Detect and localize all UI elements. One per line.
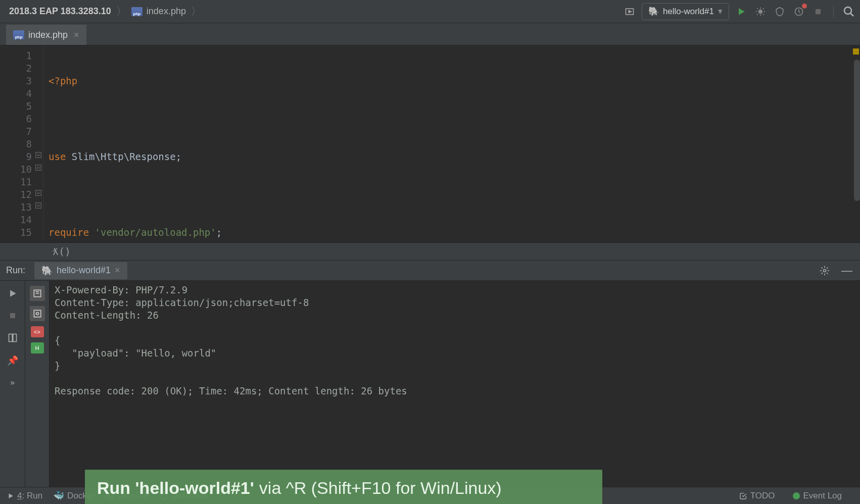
run-config-selector[interactable]: 🐘 hello-world#1 ▾ bbox=[642, 3, 729, 20]
event-log-button[interactable]: Event Log bbox=[793, 491, 842, 501]
run-tool-button[interactable]: 4: Run bbox=[7, 491, 42, 501]
line-number: 2 bbox=[0, 62, 32, 75]
code-token: require bbox=[49, 227, 89, 238]
analysis-status-icon[interactable] bbox=[853, 48, 859, 55]
svg-marker-1 bbox=[629, 10, 631, 13]
soft-wrap-button[interactable] bbox=[30, 306, 45, 321]
notification-rest: via ^R (Shift+F10 for Win/Linux) bbox=[259, 478, 502, 498]
breadcrumb-item[interactable]: php index.php bbox=[126, 5, 191, 18]
code-token: use bbox=[49, 151, 66, 162]
fold-toggle-icon[interactable]: − bbox=[35, 203, 41, 209]
editor-tab-label: index.php bbox=[28, 30, 68, 40]
line-number: 11 bbox=[0, 176, 32, 188]
breadcrumb-separator: 〉 bbox=[191, 5, 201, 18]
line-number: 10 bbox=[0, 163, 32, 176]
headers-icon[interactable]: H bbox=[31, 342, 44, 354]
svg-rect-11 bbox=[13, 334, 16, 342]
php-run-icon: 🐘 bbox=[648, 6, 659, 17]
run-config-label: hello-world#1 bbox=[663, 7, 714, 17]
coverage-button[interactable] bbox=[773, 5, 787, 19]
docker-icon: 🐳 bbox=[54, 490, 64, 501]
run-panel-title: Run: bbox=[6, 265, 25, 276]
event-indicator-icon bbox=[793, 492, 800, 499]
line-number: 15 bbox=[0, 226, 32, 239]
console-output[interactable]: X-Powered-By: PHP/7.2.9 Content-Type: ap… bbox=[50, 281, 860, 487]
php-file-icon: php bbox=[13, 30, 24, 39]
rerun-button[interactable] bbox=[5, 286, 20, 301]
editor-tabs: php index.php × bbox=[0, 23, 860, 45]
line-number: 5 bbox=[0, 100, 32, 113]
line-number: 7 bbox=[0, 125, 32, 138]
fold-toggle-icon[interactable]: − bbox=[35, 190, 41, 196]
profiler-button[interactable] bbox=[792, 5, 806, 19]
fold-toggle-icon[interactable]: − bbox=[35, 165, 41, 171]
svg-marker-2 bbox=[739, 8, 745, 15]
run-button[interactable] bbox=[734, 5, 748, 19]
code-editor[interactable]: 1 2 3 4 5 6 7 8 9 10 11 12 13 14 15 − − … bbox=[0, 45, 860, 242]
pin-button[interactable]: 📌 bbox=[5, 352, 20, 368]
http-icon[interactable]: <> bbox=[31, 326, 44, 337]
ide-version: 2018.3 EAP 183.3283.10 bbox=[4, 5, 116, 18]
line-number: 1 bbox=[0, 49, 32, 62]
run-panel-body: 📌 » <> H X-Powered-By: PHP/7.2.9 Content… bbox=[0, 281, 860, 487]
line-number: 13 bbox=[0, 201, 32, 214]
svg-rect-10 bbox=[9, 334, 12, 342]
svg-rect-13 bbox=[34, 310, 40, 317]
svg-point-6 bbox=[844, 7, 851, 14]
line-number: 4 bbox=[0, 87, 32, 100]
breadcrumb-separator: 〉 bbox=[116, 5, 126, 18]
presentation-assistant-popup: Run 'hello-world#1' via ^R (Shift+F10 fo… bbox=[85, 470, 602, 504]
stop-button[interactable] bbox=[5, 308, 20, 323]
search-everywhere-button[interactable] bbox=[842, 5, 856, 19]
breadcrumbs: 2018.3 EAP 183.3283.10 〉 php index.php 〉 bbox=[4, 5, 201, 18]
toolbar-separator bbox=[833, 6, 834, 18]
editor-tab-active[interactable]: php index.php × bbox=[6, 25, 86, 45]
code-token: Slim\Http\Response; bbox=[66, 151, 181, 162]
line-number: 6 bbox=[0, 113, 32, 125]
status-todo-label: TODO bbox=[750, 491, 775, 501]
stop-button[interactable] bbox=[811, 5, 825, 19]
line-number: 9 bbox=[0, 150, 32, 163]
code-area[interactable]: <?php use Slim\Http\Response; require 'v… bbox=[43, 45, 860, 242]
code-token: 'vendor/autoload.php' bbox=[89, 227, 216, 238]
code-token: ; bbox=[216, 227, 222, 238]
breadcrumb-file-label: index.php bbox=[147, 6, 186, 17]
debug-button[interactable] bbox=[753, 5, 768, 19]
line-number: 8 bbox=[0, 138, 32, 150]
svg-marker-15 bbox=[9, 493, 13, 498]
line-number: 14 bbox=[0, 214, 32, 226]
code-token: <?php bbox=[49, 75, 77, 86]
layout-button[interactable] bbox=[5, 330, 20, 345]
svg-point-14 bbox=[36, 313, 38, 315]
close-icon[interactable]: × bbox=[74, 30, 79, 40]
line-number: 3 bbox=[0, 75, 32, 87]
fold-toggle-icon[interactable]: − bbox=[35, 152, 41, 158]
notification-bold: Run 'hello-world#1' bbox=[97, 478, 254, 498]
run-left-toolbar: 📌 » bbox=[0, 281, 25, 487]
svg-rect-5 bbox=[816, 9, 821, 14]
chevron-down-icon: ▾ bbox=[718, 6, 723, 17]
navigation-bar: 2018.3 EAP 183.3283.10 〉 php index.php 〉… bbox=[0, 0, 860, 23]
more-button[interactable]: » bbox=[5, 375, 20, 390]
line-number: 12 bbox=[0, 188, 32, 201]
run-target-icon[interactable] bbox=[623, 5, 637, 19]
php-file-icon: php bbox=[131, 7, 142, 16]
status-event-log-label: Event Log bbox=[803, 491, 842, 501]
svg-rect-9 bbox=[10, 313, 15, 318]
svg-marker-8 bbox=[10, 290, 16, 296]
status-run-label: : Run bbox=[22, 491, 42, 500]
svg-point-3 bbox=[758, 9, 762, 13]
editor-gutter: 1 2 3 4 5 6 7 8 9 10 11 12 13 14 15 − − … bbox=[0, 45, 43, 242]
run-console-toolbar: <> H bbox=[25, 281, 50, 487]
scroll-to-end-button[interactable] bbox=[30, 286, 45, 301]
run-tool-window: Run: 🐘 hello-world#1 × — 📌 » <> H X-Powe… bbox=[0, 261, 860, 487]
vertical-scrollbar[interactable] bbox=[854, 60, 860, 201]
todo-tool-button[interactable]: TODO bbox=[739, 491, 775, 501]
toolbar-right: 🐘 hello-world#1 ▾ bbox=[623, 3, 856, 20]
